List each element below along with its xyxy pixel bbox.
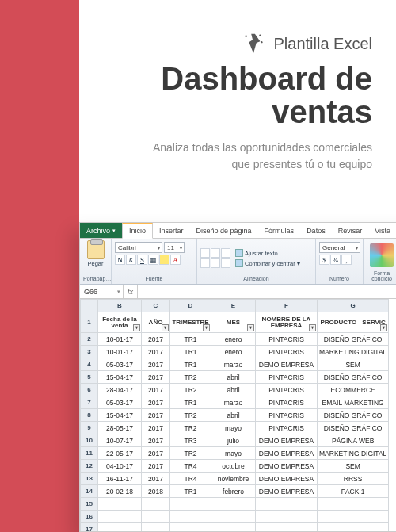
data-cell[interactable] (142, 523, 170, 533)
data-cell[interactable] (98, 523, 142, 533)
data-cell[interactable]: PINTACRIS (256, 384, 318, 396)
tab-view[interactable]: Vista (368, 223, 396, 238)
data-cell[interactable]: 05-03-17 (98, 358, 142, 371)
select-all-corner[interactable] (81, 300, 98, 312)
data-cell[interactable]: 2017 (142, 460, 170, 473)
data-cell[interactable]: TR2 (170, 422, 211, 434)
bold-button[interactable]: N (115, 255, 125, 265)
data-cell[interactable]: 15-04-17 (98, 409, 142, 422)
tab-formulas[interactable]: Fórmulas (258, 223, 301, 238)
table-header-cell[interactable]: AÑO▾ (142, 312, 170, 333)
data-cell[interactable] (98, 498, 142, 511)
data-cell[interactable]: TR4 (170, 473, 211, 485)
conditional-formatting-icon[interactable] (370, 243, 394, 267)
data-cell[interactable]: 2017 (142, 333, 170, 346)
data-cell[interactable]: PINTACRIS (256, 396, 318, 409)
data-cell[interactable]: TR1 (170, 346, 211, 358)
row-header[interactable]: 14 (81, 485, 98, 498)
data-cell[interactable]: TR2 (170, 447, 211, 460)
name-box[interactable]: G66▾ (80, 285, 124, 298)
col-header[interactable]: C (142, 300, 170, 312)
paste-button[interactable]: Pegar (87, 260, 103, 267)
data-cell[interactable]: TR1 (170, 333, 211, 346)
filter-dropdown-icon[interactable]: ▾ (247, 324, 254, 331)
data-cell[interactable]: 10-07-17 (98, 434, 142, 447)
data-cell[interactable]: PINTACRIS (256, 371, 318, 384)
data-cell[interactable] (318, 511, 389, 523)
data-cell[interactable]: PINTACRIS (256, 346, 318, 358)
row-header[interactable]: 5 (81, 371, 98, 384)
merge-center-button[interactable]: Combinar y centrar ▾ (235, 259, 300, 267)
filter-dropdown-icon[interactable]: ▾ (309, 324, 316, 331)
fx-icon[interactable]: fx (124, 285, 138, 298)
data-cell[interactable]: TR4 (170, 460, 211, 473)
data-cell[interactable]: 2017 (142, 434, 170, 447)
data-cell[interactable]: febrero (211, 485, 256, 498)
data-cell[interactable]: 2017 (142, 358, 170, 371)
fill-color-button[interactable] (159, 255, 169, 265)
data-cell[interactable]: DEMO EMPRESA (256, 434, 318, 447)
paste-icon[interactable] (87, 240, 105, 259)
row-header[interactable]: 11 (81, 447, 98, 460)
underline-button[interactable]: S (137, 255, 147, 265)
row-header[interactable]: 4 (81, 358, 98, 371)
data-cell[interactable]: MARKETING DIGITAL (318, 447, 389, 460)
table-header-cell[interactable]: TRIMESTRE▾ (170, 312, 211, 333)
number-format-select[interactable]: General▾ (319, 242, 360, 253)
table-header-cell[interactable]: PRODUCTO - SERVIC▾ (318, 312, 389, 333)
row-header[interactable]: 12 (81, 460, 98, 473)
data-cell[interactable] (318, 498, 389, 511)
tab-review[interactable]: Revisar (332, 223, 369, 238)
row-header[interactable]: 7 (81, 396, 98, 409)
row-header[interactable]: 10 (81, 434, 98, 447)
data-cell[interactable]: 2017 (142, 473, 170, 485)
data-cell[interactable]: PINTACRIS (256, 422, 318, 434)
data-cell[interactable]: RRSS (318, 473, 389, 485)
data-cell[interactable]: DEMO EMPRESA (256, 473, 318, 485)
data-cell[interactable]: PINTACRIS (256, 333, 318, 346)
border-button[interactable]: ▦ (148, 255, 158, 265)
data-cell[interactable]: 2017 (142, 346, 170, 358)
data-cell[interactable] (318, 523, 389, 533)
data-cell[interactable]: abril (211, 371, 256, 384)
data-cell[interactable]: enero (211, 333, 256, 346)
data-cell[interactable]: DEMO EMPRESA (256, 460, 318, 473)
data-cell[interactable]: 28-04-17 (98, 384, 142, 396)
data-cell[interactable]: marzo (211, 396, 256, 409)
data-cell[interactable]: 04-10-17 (98, 460, 142, 473)
data-cell[interactable]: TR1 (170, 396, 211, 409)
row-header[interactable]: 15 (81, 498, 98, 511)
data-cell[interactable]: TR1 (170, 485, 211, 498)
data-cell[interactable]: 2017 (142, 422, 170, 434)
data-cell[interactable]: TR3 (170, 434, 211, 447)
data-cell[interactable]: TR2 (170, 409, 211, 422)
data-cell[interactable]: 05-03-17 (98, 396, 142, 409)
filter-dropdown-icon[interactable]: ▾ (133, 324, 140, 331)
data-cell[interactable]: 2017 (142, 447, 170, 460)
data-cell[interactable]: 2017 (142, 384, 170, 396)
data-cell[interactable] (211, 498, 256, 511)
data-cell[interactable] (256, 523, 318, 533)
data-cell[interactable] (256, 498, 318, 511)
data-cell[interactable]: 2017 (142, 409, 170, 422)
data-cell[interactable]: DEMO EMPRESA (256, 447, 318, 460)
data-cell[interactable]: 2017 (142, 371, 170, 384)
data-cell[interactable] (170, 511, 211, 523)
data-cell[interactable]: 16-11-17 (98, 473, 142, 485)
data-cell[interactable]: abril (211, 409, 256, 422)
data-cell[interactable]: SEM (318, 460, 389, 473)
data-cell[interactable] (98, 511, 142, 523)
row-header[interactable]: 9 (81, 422, 98, 434)
row-header[interactable]: 16 (81, 511, 98, 523)
col-header[interactable]: D (170, 300, 211, 312)
data-cell[interactable]: MARKETING DIGITAL (318, 346, 389, 358)
data-cell[interactable]: DEMO EMPRESA (256, 485, 318, 498)
data-cell[interactable]: enero (211, 346, 256, 358)
percent-button[interactable]: % (330, 255, 341, 265)
data-cell[interactable]: abril (211, 384, 256, 396)
data-cell[interactable]: PÁGINA WEB (318, 434, 389, 447)
row-header[interactable]: 13 (81, 473, 98, 485)
tab-home[interactable]: Inicio (122, 223, 153, 239)
table-header-cell[interactable]: NOMBRE DE LAEMPRESA▾ (256, 312, 318, 333)
data-cell[interactable] (170, 523, 211, 533)
